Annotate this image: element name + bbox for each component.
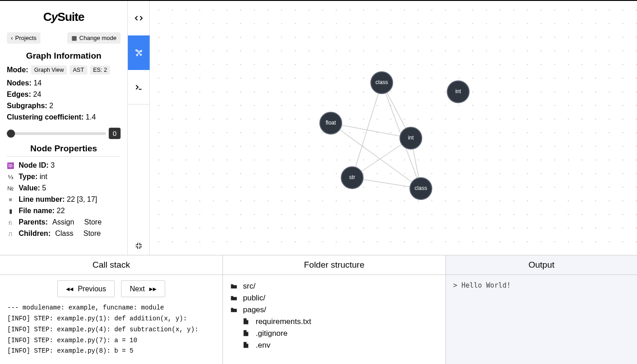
graph-node-label: int (408, 135, 414, 141)
graph-canvas[interactable]: classintfloatintstrclass (150, 1, 637, 255)
slider-thumb[interactable] (7, 130, 15, 138)
layout-icon: ▦ (71, 35, 77, 41)
code-icon (135, 14, 143, 22)
folder-item[interactable]: public/ (230, 292, 438, 304)
projects-label: Projects (15, 35, 36, 41)
graph-node-label: int (455, 88, 461, 95)
graph-edge (331, 123, 411, 138)
chevron-left-icon: ‹ (11, 35, 13, 41)
item-name: requirements.txt (256, 317, 311, 326)
folder-icon (230, 283, 238, 290)
stat-nodes: Nodes: 14 (7, 79, 121, 87)
prop-value: №Value: 5 (7, 184, 121, 192)
graph-node-label: class (415, 185, 427, 191)
prop-node-id: 🆔Node ID: 3 (7, 161, 121, 170)
output-title: Output (446, 255, 637, 275)
list-icon: ≡ (7, 196, 14, 203)
graph-svg: classintfloatintstrclass (150, 1, 637, 255)
mode-tag-graphview[interactable]: Graph View (31, 65, 67, 75)
callstack-panel: Call stack ◂◂ Previous Next ▸▸ --- modul… (0, 255, 223, 364)
tool-graph[interactable] (128, 35, 150, 70)
graph-info-title: Graph Information (7, 51, 121, 61)
prop-file: ▮File name: 22 (7, 207, 121, 215)
tree-up-icon: ⎌ (7, 219, 14, 226)
app-logo: CySuite (7, 10, 121, 24)
number-icon: № (7, 185, 14, 192)
mode-tag-ast[interactable]: AST (70, 65, 87, 75)
collapse-icon (135, 242, 143, 250)
stat-clustering: Clustering coefficient: 1.4 (7, 113, 121, 121)
mode-label: Mode: (7, 66, 28, 74)
tool-code[interactable] (128, 1, 150, 35)
item-name: src/ (243, 282, 255, 291)
callstack-log: --- modulename: example, funcname: modul… (7, 303, 215, 357)
graph-node-label: class (375, 79, 388, 85)
folder-icon (230, 294, 238, 302)
tool-column (128, 1, 150, 255)
change-mode-label: Change mode (79, 35, 116, 41)
folder-panel: Folder structure src/public/pages/requir… (223, 255, 446, 364)
graph-icon (135, 49, 143, 57)
folder-title: Folder structure (223, 255, 445, 275)
item-name: public/ (243, 294, 265, 303)
stat-edges: Edges: 24 (7, 90, 121, 99)
output-text: > Hello World! (446, 275, 637, 296)
item-name: .gitignore (256, 329, 288, 338)
item-name: .env (256, 341, 270, 350)
type-icon: ⅓ (7, 174, 14, 180)
prop-children: ⎍Children:ClassStore (7, 229, 121, 238)
callstack-title: Call stack (0, 255, 222, 275)
folder-item[interactable]: src/ (230, 280, 438, 292)
file-item[interactable]: requirements.txt (230, 316, 438, 328)
prop-parents: ⎌Parents:AssignStore (7, 218, 121, 226)
prop-type: ⅓Type: int (7, 173, 121, 181)
threshold-slider[interactable]: 0 (7, 128, 121, 139)
terminal-icon (135, 83, 143, 91)
next-button[interactable]: Next ▸▸ (121, 280, 165, 297)
rewind-icon: ◂◂ (66, 284, 73, 293)
change-mode-button[interactable]: ▦ Change mode (67, 32, 121, 44)
tool-collapse[interactable] (128, 237, 150, 255)
id-icon: 🆔 (7, 162, 14, 169)
graph-node-label: str (349, 174, 355, 180)
node-props-title: Node Properties (7, 144, 121, 157)
file-icon (243, 318, 251, 326)
file-icon (243, 341, 251, 350)
forward-icon: ▸▸ (149, 284, 157, 293)
graph-node-label: float (326, 120, 336, 126)
mode-tag-es[interactable]: ES: 2 (90, 65, 111, 75)
tree-down-icon: ⎍ (7, 230, 14, 237)
svg-point-2 (136, 55, 137, 56)
previous-button[interactable]: ◂◂ Previous (57, 280, 115, 297)
sidebar: CySuite ‹ Projects ▦ Change mode Graph I… (0, 1, 128, 255)
projects-button[interactable]: ‹ Projects (7, 32, 40, 44)
tool-terminal[interactable] (128, 70, 150, 105)
file-item[interactable]: .env (230, 339, 438, 351)
folder-icon (230, 306, 238, 314)
file-icon (243, 329, 251, 338)
output-panel: Output > Hello World! (446, 255, 637, 364)
item-name: pages/ (243, 305, 266, 314)
stat-subgraphs: Subgraphs: 2 (7, 102, 121, 110)
prop-line: ≡Line number: 22 [3, 17] (7, 195, 121, 204)
svg-point-1 (140, 50, 142, 52)
file-item[interactable]: .gitignore (230, 328, 438, 339)
file-icon: ▮ (7, 208, 14, 214)
slider-value: 0 (109, 128, 121, 139)
folder-item[interactable]: pages/ (230, 304, 438, 316)
